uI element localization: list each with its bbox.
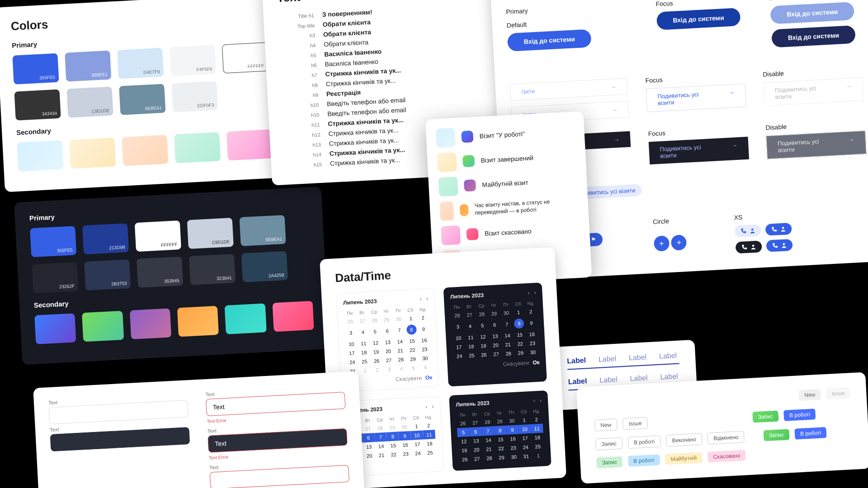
xs-chip[interactable] xyxy=(735,224,761,237)
swatch xyxy=(225,303,267,334)
text-row-label: h4 xyxy=(279,42,316,50)
tag[interactable]: Відмінено xyxy=(708,431,745,445)
swatch xyxy=(226,129,273,160)
primary-button-dark[interactable]: Вхід до системи xyxy=(771,25,856,48)
status-tag: Запис xyxy=(596,456,623,469)
calendar-dark-range[interactable]: Липень 2023‹› ПнВтСрЧтПтСбНд 26272829301… xyxy=(449,390,551,471)
text-row-label: h6 xyxy=(280,62,317,70)
xs-chip[interactable] xyxy=(766,239,793,252)
text-row-label: h7 xyxy=(281,72,317,80)
tab[interactable]: Label xyxy=(568,377,587,386)
chevron-left-icon[interactable]: ‹ xyxy=(528,290,530,296)
tag[interactable]: Запис xyxy=(595,437,623,450)
legend-label: Візит "У роботі" xyxy=(479,130,525,140)
tags-card: New Issue New Issue Запис В роботі Запис… xyxy=(576,372,868,483)
chevron-left-icon[interactable]: ‹ xyxy=(420,296,422,302)
text-row-label: h15 xyxy=(286,162,322,169)
default-label: Default xyxy=(506,15,638,29)
phone-icon xyxy=(771,226,778,233)
calendar-dark[interactable]: Липень 2023‹› ПнВтСрЧтПтСбНд 26272829301… xyxy=(443,282,547,386)
swatch: EDF0F3 xyxy=(171,81,218,112)
svg-point-1 xyxy=(782,227,784,229)
swatch: 2A4258 xyxy=(241,251,288,282)
xs-chip[interactable] xyxy=(765,223,792,236)
legend-swatch xyxy=(460,204,469,216)
swatch xyxy=(69,137,116,169)
tab[interactable]: Label xyxy=(630,374,648,383)
text-row-label: Top title xyxy=(278,23,315,30)
chevron-left-icon[interactable]: ‹ xyxy=(425,404,428,410)
swatch: C9D1DE xyxy=(187,218,234,249)
primary-button[interactable]: Вхід до системи xyxy=(507,29,592,52)
tag[interactable]: В роботі xyxy=(627,435,660,449)
font-list: Montserrat Alternative Roboto xyxy=(431,0,485,2)
tab[interactable]: Label xyxy=(660,372,678,381)
text-row-value: Стрижка кінчиків та ук... xyxy=(329,136,399,147)
focus-label: Focus xyxy=(648,125,748,137)
legend-swatch xyxy=(466,228,478,240)
chevron-left-icon[interactable]: ‹ xyxy=(533,397,536,404)
phone-icon xyxy=(741,244,748,251)
cancel-button[interactable]: Скасувати xyxy=(396,375,422,383)
swatch: 213D98 xyxy=(82,223,129,254)
svg-point-3 xyxy=(783,243,785,245)
text-row-value: Василіса Іваненко xyxy=(324,48,382,58)
legend-swatch xyxy=(436,128,456,148)
legend-swatch xyxy=(462,155,475,167)
text-row-value: З поверненням! xyxy=(322,8,372,18)
svg-point-0 xyxy=(751,229,754,231)
ghost-button-disabled: Подивитись усі візити→ xyxy=(763,77,863,106)
swatch: F4F5F6 xyxy=(170,45,216,76)
legend-label: Майбутній візит xyxy=(482,179,528,188)
legend-label: Візит завершений xyxy=(481,154,533,164)
text-row-value: Стрижка кінчиків та ук... xyxy=(328,127,399,137)
swatch xyxy=(272,301,314,332)
ghost-button[interactable]: ізити→ xyxy=(510,78,628,101)
focus-label: Focus xyxy=(645,72,745,84)
circle-add-button[interactable]: + xyxy=(654,235,670,252)
swatch: 355FE5 xyxy=(12,53,59,84)
tab[interactable]: Label xyxy=(598,355,616,364)
status-tag: В роботі xyxy=(628,454,660,467)
ghost-button-focus[interactable]: Подивитись усі візити→ xyxy=(646,84,746,112)
user-icon xyxy=(750,244,757,250)
tab[interactable]: Label xyxy=(599,375,618,385)
text-row-label: h14 xyxy=(285,152,322,159)
ok-button[interactable]: Ок xyxy=(425,374,432,381)
status-tag: В роботі xyxy=(783,408,816,421)
swatch: D4E7F9 xyxy=(117,48,164,79)
legend-swatch xyxy=(461,131,473,143)
legend-swatch xyxy=(441,225,461,245)
user-icon xyxy=(780,225,787,232)
ghost-button-dark-focus[interactable]: Подивитись усі візити→ xyxy=(649,137,749,164)
tab[interactable]: Label xyxy=(629,353,647,362)
tag[interactable]: Виконано xyxy=(666,433,703,447)
chevron-right-icon[interactable]: › xyxy=(432,403,434,409)
tag[interactable]: Issue xyxy=(623,417,648,430)
text-row-value: Стрижка кінчиків та ук... xyxy=(328,116,404,127)
text-row-value: Стрижка кінчиків та ук... xyxy=(326,77,396,88)
xs-chip[interactable] xyxy=(736,240,762,253)
swatch xyxy=(82,311,124,342)
swatch: FFFFFF xyxy=(222,42,269,73)
text-row-label: h9 xyxy=(282,92,319,99)
tab[interactable]: Label xyxy=(567,356,586,365)
text-row-value: Обрати клієнта xyxy=(324,38,368,48)
tab[interactable]: Label xyxy=(659,352,677,361)
chevron-right-icon[interactable]: › xyxy=(534,289,536,296)
circle-add-button[interactable]: + xyxy=(671,235,687,251)
ghost-button-dark-disabled: Подивитись усі візити→ xyxy=(766,131,866,159)
user-icon xyxy=(749,227,756,234)
disable-label: Disable xyxy=(763,66,863,78)
inputs-card: Text Text Text Text Error Text Text Erro… xyxy=(33,371,365,488)
tag[interactable]: New xyxy=(799,389,821,401)
primary-button-focus[interactable]: Вхід до системи xyxy=(656,8,741,30)
tag[interactable]: New xyxy=(594,418,618,432)
status-tag: В роботі xyxy=(795,427,827,440)
swatch xyxy=(17,140,63,171)
chevron-right-icon[interactable]: › xyxy=(540,397,542,404)
text-row-label: h13 xyxy=(285,142,321,149)
chevron-right-icon[interactable]: › xyxy=(426,296,428,302)
cancel-button[interactable]: Скасувати xyxy=(503,360,529,367)
ok-button[interactable]: Ок xyxy=(533,359,540,366)
